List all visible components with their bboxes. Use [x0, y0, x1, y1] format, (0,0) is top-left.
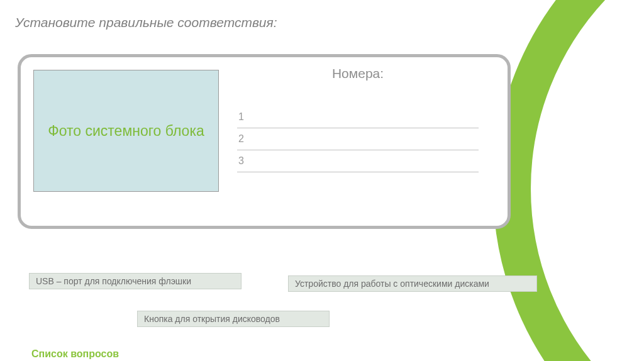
answer-chip-optical[interactable]: Устройство для работы с оптическими диск…: [288, 275, 537, 292]
questions-list-link[interactable]: Список вопросов: [31, 348, 119, 360]
answer-chip-usb[interactable]: USB – порт для подключения флэшки: [29, 273, 242, 289]
photo-placeholder: Фото системного блока: [33, 70, 219, 192]
matching-card: Фото системного блока Номера: 1 2 3: [18, 54, 511, 229]
numbers-area: Номера: 1 2 3: [237, 66, 479, 172]
number-row-1[interactable]: 1: [237, 106, 479, 128]
numbers-title: Номера:: [237, 66, 479, 81]
decorative-arc: [493, 0, 644, 361]
number-row-2[interactable]: 2: [237, 128, 479, 150]
answer-chip-eject[interactable]: Кнопка для открытия дисководов: [137, 311, 330, 327]
number-row-3[interactable]: 3: [237, 150, 479, 172]
page-title: Установите правильные соответствия:: [15, 15, 277, 30]
